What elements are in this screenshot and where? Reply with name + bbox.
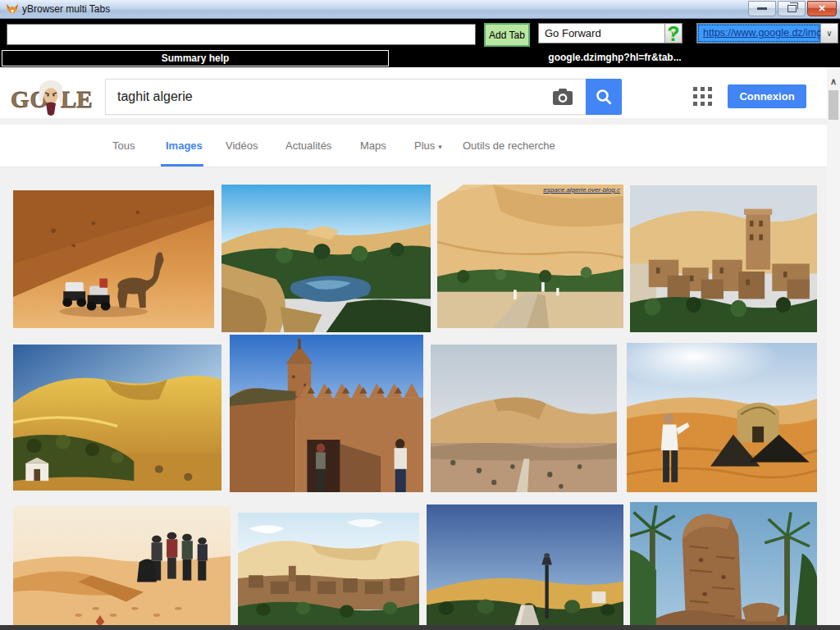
minimize-button[interactable] — [748, 1, 776, 16]
active-tab-underline — [161, 164, 203, 167]
image-result-road-lamp[interactable] — [427, 504, 623, 630]
window-title-bar: yBrowser multi Tabs ✕ — [0, 0, 840, 19]
connexion-button[interactable]: Connexion — [728, 84, 806, 108]
search-box[interactable]: taghit algerie — [105, 79, 622, 115]
chevron-down-icon[interactable]: ∨ — [820, 24, 838, 43]
image-result-dune-oasis-road[interactable]: espace.algerie.over-blog.c — [437, 185, 623, 328]
tab-actualites[interactable]: Actualités — [285, 125, 331, 167]
search-query[interactable]: taghit algerie — [117, 80, 193, 114]
image-result-quad-camel[interactable] — [13, 190, 214, 328]
image-result-ruined-tower[interactable] — [630, 502, 817, 630]
scrollbar-thumb[interactable] — [829, 90, 838, 120]
navigation-select-value: Go Forward — [539, 24, 664, 43]
logo-letters-right: LE — [61, 86, 92, 112]
tab-images[interactable]: Images — [166, 125, 203, 167]
tab-plus[interactable]: Plus▾ — [414, 125, 442, 167]
close-button[interactable]: ✕ — [807, 1, 837, 16]
address-input[interactable] — [7, 24, 476, 45]
search-button[interactable] — [586, 79, 622, 115]
browser-toolbar: Add Tab Go Forward ∨ ? https://www.googl… — [0, 19, 840, 49]
bottom-status-bar — [0, 625, 840, 630]
tab-bar: Summary help google.dzimghp?hl=fr&tab... — [0, 49, 840, 67]
tab-maps[interactable]: Maps — [360, 125, 386, 167]
google-doodle-logo[interactable]: GO LE — [10, 76, 92, 121]
tab-outils[interactable]: Outils de recherche — [463, 125, 555, 167]
minimize-icon — [757, 7, 767, 10]
help-button[interactable]: ? — [661, 20, 686, 48]
image-result-old-town-panorama[interactable] — [238, 513, 419, 630]
camera-icon[interactable] — [552, 88, 573, 106]
url-combobox-value: https://www.google.dz/img — [697, 24, 820, 43]
results-nav-bar: Tous Images Vidéos Actualités Maps Plus▾… — [0, 125, 840, 167]
close-icon: ✕ — [818, 3, 825, 14]
tab-summary-help[interactable]: Summary help — [2, 50, 389, 66]
tab-plus-label: Plus — [414, 139, 435, 152]
image-result-valley-road[interactable] — [431, 345, 617, 492]
fox-icon — [6, 2, 19, 16]
image-result-oasis-pond[interactable] — [221, 185, 431, 332]
window-title: yBrowser multi Tabs — [22, 0, 110, 18]
vertical-scrollbar[interactable]: ∧ — [827, 67, 840, 630]
restore-button[interactable] — [778, 1, 806, 16]
scroll-up-arrow[interactable]: ∧ — [827, 75, 840, 87]
image-result-ksar-village[interactable] — [630, 185, 817, 332]
tab-tous[interactable]: Tous — [112, 125, 135, 167]
tab-videos[interactable]: Vidéos — [226, 125, 258, 167]
image-watermark: espace.algerie.over-blog.c — [543, 186, 620, 194]
image-result-golden-dunes[interactable] — [13, 345, 221, 491]
tab-google-images[interactable]: google.dzimghp?hl=fr&tab... — [391, 50, 838, 65]
image-result-mud-mosque[interactable] — [230, 335, 423, 492]
caret-down-icon: ▾ — [438, 143, 442, 151]
image-result-nomad-camp[interactable] — [627, 343, 817, 492]
search-icon — [595, 88, 613, 106]
image-result-people-on-dune[interactable] — [13, 506, 231, 630]
apps-grid-icon[interactable] — [693, 87, 713, 107]
url-combobox[interactable]: https://www.google.dz/img ∨ — [696, 23, 838, 43]
add-tab-button[interactable]: Add Tab — [484, 23, 530, 47]
window-controls: ✕ — [748, 1, 837, 16]
restore-icon — [788, 5, 797, 12]
